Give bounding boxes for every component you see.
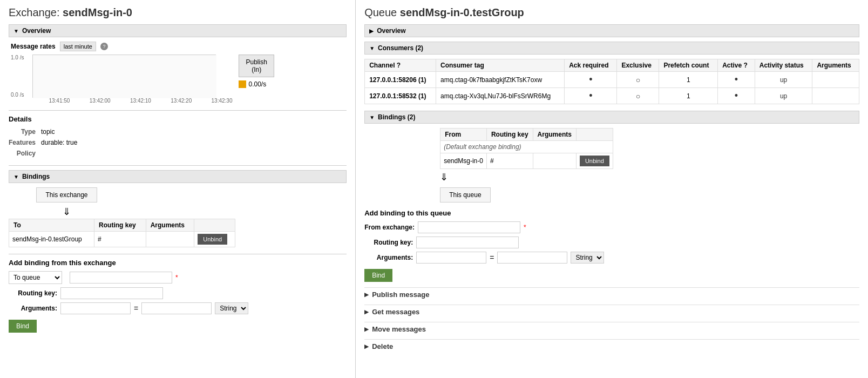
default-exchange-binding: (Default exchange binding)	[440, 141, 613, 153]
right-eq-sign: =	[490, 253, 494, 262]
publish-message-section: ▶ Publish message	[364, 287, 859, 301]
get-messages-header[interactable]: ▶ Get messages	[364, 305, 859, 319]
routing-key-input[interactable]	[60, 287, 163, 299]
svg-rect-0	[33, 55, 216, 98]
right-overview-header[interactable]: ▶ Overview	[364, 24, 859, 37]
publish-in-button[interactable]: Publish(In)	[239, 55, 274, 77]
chart-svg	[33, 55, 216, 98]
type-label: Type	[9, 126, 41, 137]
consumer-2-active: •	[718, 88, 755, 104]
consumer-1-prefetch: 1	[659, 72, 718, 88]
col-active: Active ?	[718, 59, 755, 72]
right-overview-label: Overview	[377, 27, 405, 35]
right-routing-key-row: Routing key:	[364, 237, 859, 248]
from-arguments	[533, 153, 576, 169]
x-label-4: 13:42:30	[212, 98, 233, 104]
consumer-2-prefetch: 1	[659, 88, 718, 104]
exchange-title-prefix: Exchange:	[9, 6, 60, 18]
arguments-input[interactable]	[60, 302, 131, 314]
publish-in-label: Publish(In)	[246, 58, 267, 73]
arguments-col: Arguments	[533, 129, 576, 141]
arguments-value-input[interactable]	[141, 302, 212, 314]
help-icon[interactable]: ?	[100, 43, 108, 50]
bindings-visual: This exchange ⇓	[9, 187, 125, 219]
bindings-label: Bindings	[22, 173, 50, 180]
details-features-row: Features durable: true	[9, 137, 82, 148]
this-queue-label: This queue	[449, 191, 481, 199]
queue-title: Queue sendMsg-in-0.testGroup	[364, 6, 859, 19]
from-value: sendMsg-in-0	[440, 153, 487, 169]
details-section: Details Type topic Features durable: tru…	[9, 115, 347, 159]
consumer-1-status: up	[755, 72, 812, 88]
x-label-3: 13:42:20	[171, 98, 192, 104]
left-panel: Exchange: sendMsg-in-0 ▼ Overview Messag…	[0, 0, 356, 378]
right-bindings-label: Bindings (2)	[378, 113, 415, 121]
overview-content: Message rates last minute ? 1.0 /s 0.0 /…	[9, 42, 347, 104]
publish-btn-area: Publish(In) 0.00/s	[239, 55, 274, 88]
x-label-0: 13:41:50	[49, 98, 70, 104]
move-messages-arrow-icon: ▶	[364, 326, 369, 332]
x-label-2: 13:42:10	[130, 98, 151, 104]
from-table: From Routing key Arguments (Default exch…	[440, 128, 613, 169]
left-binding-table: To Routing key Arguments sendMsg-in-0.te…	[9, 219, 235, 247]
binding-to-value: sendMsg-in-0.testGroup	[9, 232, 94, 247]
details-table: Type topic Features durable: true Policy	[9, 126, 82, 159]
move-messages-header[interactable]: ▶ Move messages	[364, 322, 859, 336]
policy-value	[41, 148, 82, 159]
bindings-arrow-icon: ▼	[13, 174, 19, 180]
required-star: *	[175, 274, 178, 281]
col-channel: Channel ?	[365, 59, 436, 72]
right-routing-key-input[interactable]	[416, 237, 519, 248]
right-arguments-type-select[interactable]: String	[571, 252, 604, 264]
queue-title-prefix: Queue	[364, 6, 397, 18]
right-add-binding-title: Add binding to this queue	[364, 209, 859, 217]
right-from-exchange-row: From exchange: *	[364, 221, 859, 233]
rate-badge: 0.00/s	[239, 80, 266, 88]
consumer-2-ack: •	[565, 88, 617, 104]
right-arguments-input[interactable]	[416, 252, 486, 264]
consumer-1-tag: amq.ctag-0k7fbaabgkjfZtKTsK7oxw	[436, 72, 565, 88]
consumer-1-channel: 127.0.0.1:58206 (1)	[365, 72, 436, 88]
routing-key-row: Routing key:	[9, 287, 347, 299]
rate-value: 0.00/s	[248, 80, 266, 88]
this-exchange-label: This exchange	[45, 191, 87, 199]
msg-rates-badge[interactable]: last minute	[60, 42, 96, 51]
binding-routing-key-value: #	[94, 232, 146, 247]
consumer-1-args	[812, 72, 859, 88]
publish-message-arrow-icon: ▶	[364, 292, 369, 298]
col-arguments: Arguments	[812, 59, 859, 72]
chart-y-top: 1.0 /s	[11, 55, 24, 60]
consumer-2-channel: 127.0.0.1:58532 (1)	[365, 88, 436, 104]
right-arguments-row: Arguments: = String	[364, 252, 859, 264]
bindings-header[interactable]: ▼ Bindings	[9, 170, 347, 183]
to-queue-select[interactable]: To queue To exchange	[9, 271, 62, 284]
publish-message-header[interactable]: ▶ Publish message	[364, 287, 859, 301]
chart-y-bottom: 0.0 /s	[11, 92, 24, 98]
right-from-exchange-input[interactable]	[418, 221, 520, 233]
right-bindings-header[interactable]: ▼ Bindings (2)	[364, 111, 859, 124]
delete-arrow-icon: ▶	[364, 343, 369, 349]
eq-sign: =	[134, 304, 138, 313]
to-queue-input[interactable]	[70, 272, 172, 284]
unbind-button[interactable]: Unbind	[198, 234, 227, 245]
exchange-title: Exchange: sendMsg-in-0	[9, 6, 347, 19]
right-arguments-label: Arguments:	[364, 254, 413, 261]
delete-header[interactable]: ▶ Delete	[364, 339, 859, 353]
to-queue-row: To queue To exchange *	[9, 271, 347, 284]
queue-title-name: sendMsg-in-0.testGroup	[400, 6, 524, 18]
consumers-table: Channel ? Consumer tag Ack required Excl…	[364, 59, 859, 104]
consumers-header[interactable]: ▼ Consumers (2)	[364, 42, 859, 55]
consumers-header-row: Channel ? Consumer tag Ack required Excl…	[365, 59, 859, 72]
get-messages-arrow-icon: ▶	[364, 309, 369, 315]
features-label: Features	[9, 137, 41, 148]
right-unbind-button[interactable]: Unbind	[580, 156, 609, 166]
binding-table-header-row: To Routing key Arguments	[9, 219, 235, 232]
right-bind-button[interactable]: Bind	[364, 269, 392, 282]
right-arguments-value-input[interactable]	[497, 252, 567, 264]
overview-header[interactable]: ▼ Overview	[9, 24, 347, 37]
get-messages-section: ▶ Get messages	[364, 305, 859, 319]
this-exchange-box: This exchange	[36, 187, 97, 202]
bind-button[interactable]: Bind	[9, 320, 37, 333]
arguments-type-select[interactable]: String	[215, 302, 248, 314]
col-ack-required: Ack required	[565, 59, 617, 72]
